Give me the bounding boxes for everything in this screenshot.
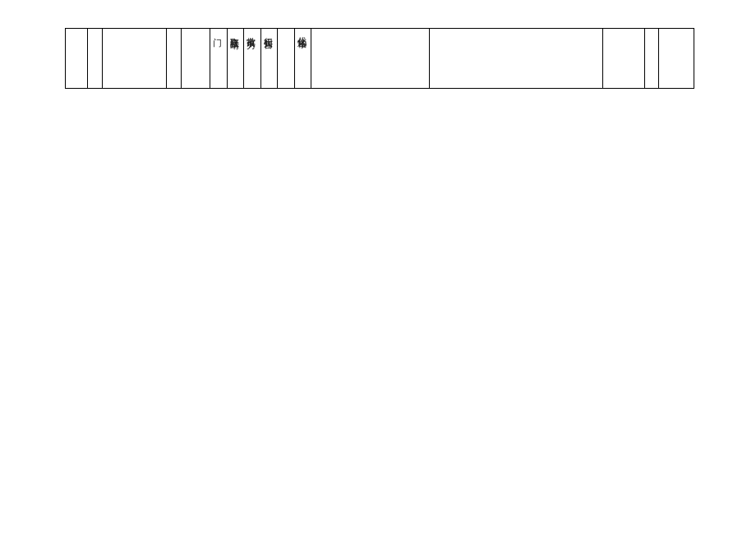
cell-11: 优化审粕 [294,29,311,89]
cell-12 [311,29,430,89]
cell-8: 审批改力 [244,29,261,89]
cell-9-text: 实行告知 [262,30,274,84]
document-table: 门 直接取晴 审批改力 实行告知 优化审粕 [65,28,694,89]
cell-6: 门 [210,29,228,89]
cell-1 [66,29,88,89]
cell-14 [603,29,645,89]
cell-5 [182,29,210,89]
cell-6-text: 门 [211,30,223,84]
cell-11-text: 优化审粕 [296,30,307,84]
cell-15 [645,29,658,89]
cell-3 [103,29,167,89]
cell-8-text: 审批改力 [245,30,256,84]
table-wrapper: 门 直接取晴 审批改力 实行告知 优化审粕 [65,28,694,89]
cell-16 [658,29,694,89]
cell-7: 直接取晴 [227,29,244,89]
cell-10 [278,29,295,89]
cell-7-text: 直接取晴 [228,30,240,84]
cell-9: 实行告知 [260,29,278,89]
cell-13 [429,29,602,89]
cell-4 [167,29,182,89]
table-row: 门 直接取晴 审批改力 实行告知 优化审粕 [66,29,694,89]
cell-2 [87,29,102,89]
